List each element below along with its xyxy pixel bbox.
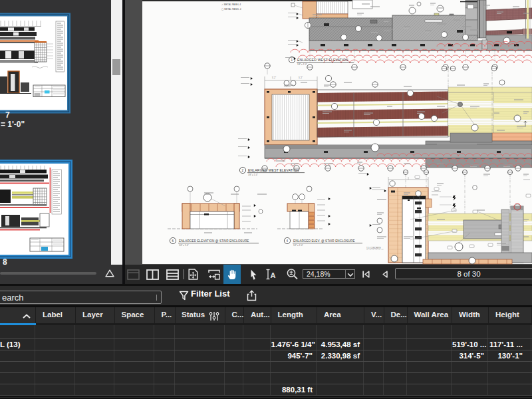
svg-text:▢ METAL PANEL 4: ▢ METAL PANEL 4 <box>221 8 241 11</box>
svg-text:5'-2": 5'-2" <box>299 76 303 79</box>
svg-text:T.O. CONCRETE: T.O. CONCRETE <box>366 247 381 249</box>
svg-text:1/4" = 1'-0": 1/4" = 1'-0" <box>179 244 189 247</box>
svg-text:ENLARGED WEST ELEVATION: ENLARGED WEST ELEVATION <box>297 58 348 62</box>
svg-text:ENLARGED ELEV. @ STAIR ENCLOSU: ENLARGED ELEV. @ STAIR ENCLOSURE <box>293 239 355 243</box>
svg-text:✓ METAL PANEL 4: ✓ METAL PANEL 4 <box>221 3 241 6</box>
svg-text:4: 4 <box>286 239 288 243</box>
svg-text:6: 6 <box>172 239 174 243</box>
svg-text:1/8" = 1'-0": 1/8" = 1'-0" <box>248 174 258 176</box>
svg-text:1/2" = 1'-0": 1/2" = 1'-0" <box>293 244 303 247</box>
svg-text:2: 2 <box>241 169 243 172</box>
svg-text:5'-2": 5'-2" <box>272 76 276 79</box>
svg-text:A: A <box>270 271 275 279</box>
svg-text:ENLARGED ELEVATION @ STAIR ENC: ENLARGED ELEVATION @ STAIR ENCLOSURE <box>179 239 249 243</box>
svg-text:1: 1 <box>291 59 293 62</box>
svg-text:ENLARGED WEST ELEVATION: ENLARGED WEST ELEVATION <box>248 168 299 172</box>
svg-text:1/8" = 1'-0": 1/8" = 1'-0" <box>297 63 307 66</box>
